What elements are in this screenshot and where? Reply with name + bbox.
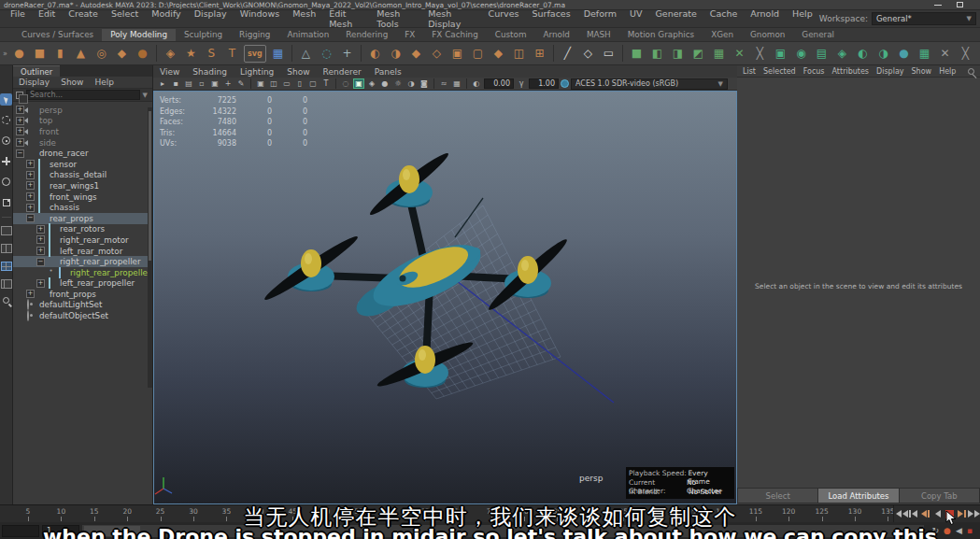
outliner-item-rear_wings1[interactable]: +rear_wings1 (13, 180, 152, 191)
ae-menu-item-list[interactable]: List (739, 66, 760, 77)
menubar-item-windows[interactable]: Windows (234, 7, 286, 31)
layout-single-button[interactable] (1, 226, 12, 235)
resolution-gate-icon[interactable]: ▭ (281, 78, 292, 89)
menubar-item-display[interactable]: Display (188, 7, 234, 31)
menubar-item-help[interactable]: Help (786, 7, 819, 31)
xray-icon[interactable]: ◌ (340, 78, 351, 89)
expand-toggle-icon[interactable]: + (36, 235, 45, 244)
viewport-menu-item-panels[interactable]: Panels (368, 66, 408, 78)
symmetry-off-icon[interactable]: ╳ (957, 45, 974, 63)
quad-draw-icon[interactable]: ▭ (600, 45, 618, 63)
outliner-menu-item-help[interactable]: Help (89, 77, 120, 88)
measure-tool-icon[interactable]: ◌ (318, 45, 335, 63)
gate-mask-icon[interactable]: ▯ (294, 78, 305, 89)
menubar-item-modify[interactable]: Modify (145, 7, 187, 31)
use-all-lights-icon[interactable]: ☼ (392, 78, 404, 89)
menubar-item-mesh-display[interactable]: Mesh Display (421, 7, 481, 31)
outliner-item-front_wings[interactable]: +front_wings (13, 191, 152, 203)
menubar-item-surfaces[interactable]: Surfaces (526, 7, 577, 31)
sweep-mesh-icon[interactable]: S (203, 45, 220, 63)
ae-menu-item-show[interactable]: Show (908, 66, 936, 77)
outliner-scrollbar[interactable] (148, 107, 152, 388)
outliner-search[interactable]: Search... ▼ (13, 89, 152, 102)
lock-camera-icon[interactable]: ▪ (170, 78, 181, 89)
poly-plane-icon[interactable]: ◆ (113, 45, 131, 63)
zoom-tool-icon[interactable] (3, 297, 9, 304)
outliner-item-persp[interactable]: +persp (13, 105, 152, 116)
camera-attributes-icon[interactable]: ▤ (183, 78, 194, 89)
shelf-tab-fx-caching[interactable]: FX Caching (423, 29, 486, 41)
locator-tool-icon[interactable]: + (338, 45, 356, 63)
workspace-dropdown[interactable]: General* ▼ (872, 12, 976, 25)
menubar-item-generate[interactable]: Generate (648, 7, 703, 31)
shelf-tab-motion-graphics[interactable]: Motion Graphics (619, 29, 703, 41)
shelf-tab-mash[interactable]: MASH (578, 29, 619, 41)
construction-grid-icon[interactable]: ▦ (269, 45, 287, 63)
menubar-item-file[interactable]: File (4, 7, 32, 31)
textured-mode-icon[interactable]: ▣ (353, 78, 364, 89)
expand-toggle-icon[interactable]: + (26, 181, 35, 190)
select-camera-icon[interactable]: ▸ (157, 78, 168, 89)
convert-to-vertex-icon[interactable]: ■ (628, 45, 646, 63)
shelf-tab-arnold[interactable]: Arnold (534, 29, 577, 41)
extract-icon[interactable]: ▣ (448, 45, 466, 63)
expand-toggle-icon[interactable]: + (26, 160, 35, 168)
grease-pencil-icon[interactable]: ✎ (235, 78, 247, 89)
outliner-item-chassis[interactable]: +chassis (13, 202, 152, 213)
expand-toggle-icon[interactable]: + (26, 171, 35, 179)
expand-toggle-icon[interactable]: + (26, 204, 35, 212)
viewport-menu-item-view[interactable]: View (153, 66, 186, 78)
outliner-item-side[interactable]: +side (13, 137, 152, 149)
outliner-item-defaultObjectSet[interactable]: defaultObjectSet (13, 310, 152, 321)
copy-tab-button[interactable]: Copy Tab (900, 489, 979, 503)
film-gate-icon[interactable]: ▢ (307, 78, 319, 89)
separate-icon[interactable]: ◇ (428, 45, 446, 63)
expand-toggle-icon[interactable]: + (36, 247, 45, 255)
menubar-item-uv[interactable]: UV (623, 7, 648, 31)
default-material-icon[interactable]: ● (379, 78, 391, 89)
rotate-tool[interactable] (0, 176, 12, 188)
expand-toggle-icon[interactable]: + (26, 192, 35, 201)
layout-four-button[interactable] (1, 262, 12, 271)
bookmarks-icon[interactable]: ▫ (196, 78, 207, 89)
multi-cut-icon[interactable]: ╱ (559, 45, 576, 63)
anti-aliasing-icon[interactable]: ▦ (451, 78, 462, 89)
ae-menu-item-display[interactable]: Display (873, 66, 908, 77)
outliner-item-left_rear_propeller[interactable]: +left_rear_propeller (13, 278, 152, 290)
expand-toggle-icon[interactable]: + (26, 290, 35, 298)
screen-space-ao-icon[interactable]: ◙ (419, 78, 430, 89)
distance-tool-icon[interactable]: △ (297, 45, 315, 63)
outliner-item-defaultLightSet[interactable]: defaultLightSet (13, 300, 152, 311)
outliner-item-front[interactable]: +front (13, 126, 152, 137)
ae-menu-item-attributes[interactable]: Attributes (829, 66, 873, 77)
select-tool[interactable] (0, 93, 12, 106)
bevel-icon[interactable]: ◆ (490, 45, 507, 63)
outliner-item-right_rear_propellerShape[interactable]: •right_rear_propellerShape (13, 267, 152, 278)
outliner-item-left_rear_motor[interactable]: +left_rear_motor (13, 246, 152, 257)
ae-menu-item-focus[interactable]: Focus (800, 66, 829, 77)
render-sequence-icon[interactable]: ▦ (916, 45, 933, 63)
poly-torus-icon[interactable]: ◎ (92, 45, 110, 63)
view-transform-icon[interactable] (561, 79, 569, 88)
shelf-tab-general[interactable]: General (793, 29, 843, 41)
shelf-tab-rigging[interactable]: Rigging (231, 29, 278, 41)
ae-menu-item-selected[interactable]: Selected (760, 66, 800, 77)
live-surface-icon[interactable]: ✕ (936, 45, 954, 63)
select-button[interactable]: Select (738, 489, 817, 503)
field-chart-icon[interactable]: ◫ (268, 78, 279, 89)
shadows-icon[interactable]: ◑ (405, 78, 417, 89)
outliner-item-rear_props[interactable]: −rear_props (13, 213, 152, 224)
expand-toggle-icon[interactable]: − (16, 149, 24, 158)
exposure-field[interactable]: 0.00 (484, 78, 514, 89)
outliner-item-front_props[interactable]: +front_props (13, 289, 152, 300)
ae-menu-item-help[interactable]: Help (935, 66, 959, 77)
outliner-menu-item-display[interactable]: Display (13, 77, 55, 88)
shelf-tab-gnomon[interactable]: Gnomon (742, 29, 793, 41)
light-editor-icon[interactable]: ◐ (854, 45, 872, 63)
grow-selection-icon[interactable]: ▦ (710, 45, 728, 63)
viewport-menu-item-lighting[interactable]: Lighting (234, 66, 280, 78)
viewport-menu-item-show[interactable]: Show (280, 66, 316, 78)
outliner-item-right_rear_motor[interactable]: +right_rear_motor (13, 234, 152, 246)
expand-toggle-icon[interactable]: + (16, 117, 24, 125)
platonic-solid-icon[interactable]: ◈ (162, 45, 179, 63)
